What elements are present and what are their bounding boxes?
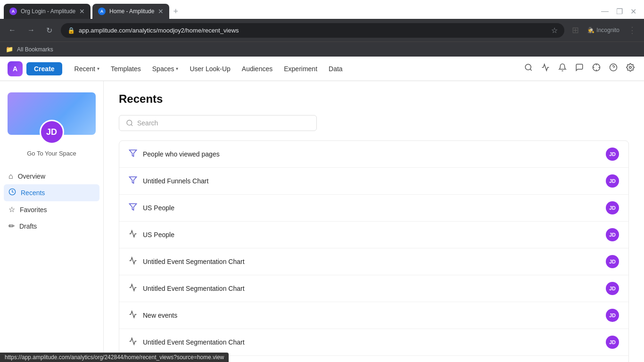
maximize-icon[interactable]: ❐ [616, 7, 623, 16]
bookmarks-folder-icon: 📁 [6, 46, 13, 53]
overview-icon: ⌂ [8, 172, 13, 181]
tab-label-1: Org Login - Amplitude [21, 8, 75, 15]
address-field[interactable]: 🔒 app.amplitude.com/analytics/moodjoy2/h… [61, 23, 564, 38]
recent-item-owner: JD [606, 228, 619, 241]
recent-item-name: New events [143, 312, 600, 319]
recent-item[interactable]: People who viewed pages JD [119, 141, 628, 168]
app-nav: A Create Recent ▾ Templates Spaces ▾ Use… [0, 57, 644, 81]
trend-icon [129, 337, 137, 348]
trend-icon [129, 283, 137, 294]
amplitude-logo[interactable]: A [8, 61, 23, 76]
sidebar-label-favorites: Favorites [20, 206, 47, 214]
new-tab-button[interactable]: + [171, 5, 180, 18]
recent-item-name: Untitled Event Segmentation Chart [143, 285, 600, 292]
recent-item-owner: JD [606, 255, 619, 268]
nav-label-templates: Templates [111, 65, 141, 73]
recent-item[interactable]: Untitled Event Segmentation Chart JD [119, 275, 628, 302]
svg-point-10 [127, 120, 132, 125]
browser-chrome: A Org Login - Amplitude ✕ A Home - Ampli… [0, 0, 644, 57]
user-avatar-area: JD [8, 92, 96, 135]
incognito-icon: 🕵 [587, 27, 594, 33]
tab-home[interactable]: A Home - Amplitude ✕ [92, 4, 169, 19]
menu-button[interactable]: ⋮ [626, 23, 638, 37]
notifications-icon-button[interactable] [556, 61, 569, 76]
bookmark-star-icon[interactable]: ☆ [551, 26, 558, 35]
recent-item-name: People who viewed pages [143, 150, 600, 158]
funnel-icon [129, 203, 137, 214]
address-bar-row: ← → ↻ 🔒 app.amplitude.com/analytics/mood… [0, 19, 644, 41]
search-bar[interactable] [119, 115, 317, 131]
back-button[interactable]: ← [6, 24, 19, 36]
nav-label-userlookup: User Look-Up [190, 65, 230, 73]
recent-item-name: Untitled Funnels Chart [143, 177, 600, 185]
sidebar-label-drafts: Drafts [19, 222, 37, 230]
bookmarks-label[interactable]: All Bookmarks [17, 46, 53, 53]
nav-item-data[interactable]: Data [324, 62, 347, 75]
nav-item-spaces[interactable]: Spaces ▾ [148, 62, 183, 75]
chart-icon-button[interactable] [539, 61, 552, 76]
sidebar-item-favorites[interactable]: ☆ Favorites [4, 201, 99, 218]
funnel-icon [129, 149, 137, 160]
nav-label-audiences: Audiences [242, 65, 272, 73]
extensions-button[interactable]: ⊞ [570, 23, 581, 37]
recent-item[interactable]: New events JD [119, 302, 628, 329]
content-area: Recents People who viewed pages JD Untit… [104, 81, 644, 362]
chat-icon-button[interactable] [573, 61, 586, 76]
lock-icon: 🔒 [67, 27, 75, 34]
nav-item-userlookup[interactable]: User Look-Up [185, 62, 235, 75]
tab-close-1[interactable]: ✕ [79, 8, 85, 15]
close-window-icon[interactable]: ✕ [630, 7, 636, 16]
nav-item-templates[interactable]: Templates [106, 62, 146, 75]
tab-bar: A Org Login - Amplitude ✕ A Home - Ampli… [0, 0, 644, 19]
nav-item-experiment[interactable]: Experiment [279, 62, 322, 75]
sidebar-item-overview[interactable]: ⌂ Overview [4, 168, 99, 184]
sidebar-label-recents: Recents [21, 189, 45, 197]
trend-icon [129, 230, 137, 240]
status-bar: https://app.amplitude.com/analytics/org/… [0, 353, 229, 362]
svg-marker-13 [130, 204, 137, 210]
go-to-space-button[interactable]: Go To Your Space [8, 148, 96, 159]
sidebar-item-recents[interactable]: Recents [4, 184, 99, 201]
search-icon-button[interactable] [522, 61, 535, 76]
recent-item[interactable]: Untitled Event Segmentation Chart JD [119, 329, 628, 356]
tab-favicon-2: A [98, 8, 106, 15]
tab-org-login[interactable]: A Org Login - Amplitude ✕ [4, 4, 91, 19]
recent-item-name: US People [143, 231, 600, 239]
reload-button[interactable]: ↻ [43, 24, 55, 37]
sidebar-item-drafts[interactable]: ✏ Drafts [4, 218, 99, 234]
main-layout: JD Go To Your Space ⌂ Overview Recents ☆… [0, 81, 644, 362]
recent-item[interactable]: Untitled Funnels Chart JD [119, 168, 628, 195]
svg-marker-12 [130, 177, 137, 183]
window-controls: — ❐ ✕ [601, 7, 640, 16]
recent-item-owner: JD [606, 282, 619, 295]
recents-icon [8, 188, 16, 197]
tab-favicon-1: A [9, 8, 17, 15]
tab-label-2: Home - Amplitude [109, 8, 154, 15]
recent-item[interactable]: Untitled Event Segmentation Chart JD [119, 248, 628, 275]
avatar[interactable]: JD [40, 120, 64, 144]
minimize-icon[interactable]: — [601, 7, 609, 16]
crosshair-icon-button[interactable] [590, 61, 603, 76]
recent-item[interactable]: US People JD [119, 222, 628, 248]
svg-point-8 [629, 66, 632, 69]
nav-item-recent[interactable]: Recent ▾ [70, 62, 104, 75]
forward-button[interactable]: → [25, 24, 38, 36]
toolbar-right: ⊞ 🕵 Incognito ⋮ [570, 23, 638, 37]
recent-item-owner: JD [606, 336, 619, 349]
nav-items: Recent ▾ Templates Spaces ▾ User Look-Up… [70, 62, 347, 75]
nav-item-audiences[interactable]: Audiences [237, 62, 277, 75]
tab-close-2[interactable]: ✕ [158, 8, 164, 15]
status-url: https://app.amplitude.com/analytics/org/… [5, 354, 224, 361]
incognito-badge: 🕵 Incognito [587, 27, 619, 33]
help-icon-button[interactable] [607, 61, 619, 76]
sidebar: JD Go To Your Space ⌂ Overview Recents ☆… [0, 81, 104, 362]
settings-icon-button[interactable] [624, 61, 636, 76]
recent-item[interactable]: US People JD [119, 195, 628, 222]
create-button[interactable]: Create [26, 62, 62, 75]
nav-icons [522, 61, 636, 76]
nav-label-experiment: Experiment [284, 65, 317, 73]
bookmarks-bar: 📁 All Bookmarks [0, 41, 644, 57]
star-icon: ☆ [8, 205, 15, 214]
search-input[interactable] [137, 119, 310, 127]
sidebar-nav: ⌂ Overview Recents ☆ Favorites ✏ Drafts [0, 168, 103, 234]
